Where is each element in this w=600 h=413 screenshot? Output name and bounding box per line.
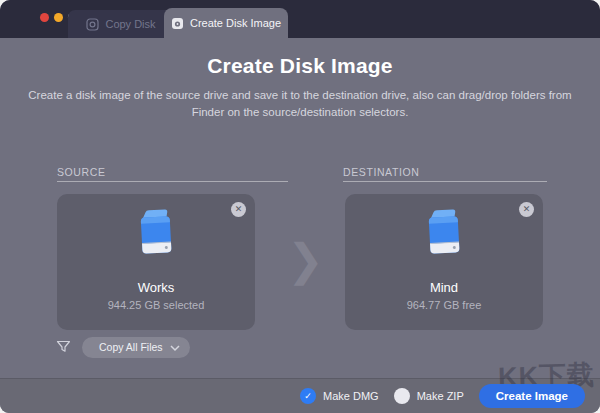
make-zip-checkbox[interactable]: Make ZIP [394, 388, 464, 404]
make-dmg-label: Make DMG [323, 390, 379, 402]
copy-disk-icon [86, 18, 99, 31]
source-drive-card[interactable]: ✕ Works 944.25 GB selected [57, 194, 255, 330]
make-dmg-check-icon[interactable]: ✓ [300, 388, 316, 404]
make-dmg-checkbox[interactable]: ✓ Make DMG [300, 388, 379, 404]
tab-create-disk-image-label: Create Disk Image [190, 17, 281, 29]
destination-drive-card[interactable]: ✕ Mind 964.77 GB free [345, 194, 543, 330]
page-title: Create Disk Image [0, 38, 600, 78]
destination-drive-icon [421, 207, 467, 259]
source-section-rule [57, 181, 288, 182]
make-zip-label: Make ZIP [417, 390, 464, 402]
close-window-button[interactable] [40, 13, 49, 22]
page-description: Create a disk image of the source drive … [0, 87, 600, 121]
source-section-label: SOURCE [57, 166, 106, 178]
source-drive-name: Works [57, 280, 255, 295]
chevron-down-icon [170, 345, 180, 352]
titlebar: Copy Disk Create Disk Image [0, 0, 600, 38]
footer-bar: ✓ Make DMG Make ZIP Create Image [0, 378, 600, 413]
copy-filter-dropdown[interactable]: Copy All Files [82, 337, 190, 358]
page-description-line2: Finder on the source/destination selecto… [0, 104, 600, 121]
tab-copy-disk[interactable]: Copy Disk [68, 10, 174, 38]
destination-close-icon[interactable]: ✕ [519, 202, 534, 217]
make-zip-check-icon[interactable] [394, 388, 410, 404]
source-drive-info: 944.25 GB selected [57, 299, 255, 311]
source-close-icon[interactable]: ✕ [231, 202, 246, 217]
destination-drive-info: 964.77 GB free [345, 299, 543, 311]
destination-drive-name: Mind [345, 280, 543, 295]
destination-section-label: DESTINATION [343, 166, 419, 178]
tab-copy-disk-label: Copy Disk [105, 18, 155, 30]
create-disk-image-icon [171, 17, 184, 30]
create-image-button[interactable]: Create Image [479, 384, 585, 408]
minimize-window-button[interactable] [54, 13, 63, 22]
source-drive-icon [133, 207, 179, 259]
main-panel: Create Disk Image Create a disk image of… [0, 38, 600, 378]
tab-create-disk-image[interactable]: Create Disk Image [164, 8, 288, 38]
app-window: Copy Disk Create Disk Image Create Disk … [0, 0, 600, 413]
destination-section-rule [343, 181, 547, 182]
filter-funnel-icon [56, 339, 71, 354]
page-description-line1: Create a disk image of the source drive … [0, 87, 600, 104]
source-to-destination-chevron-icon: ❯ [287, 234, 324, 285]
